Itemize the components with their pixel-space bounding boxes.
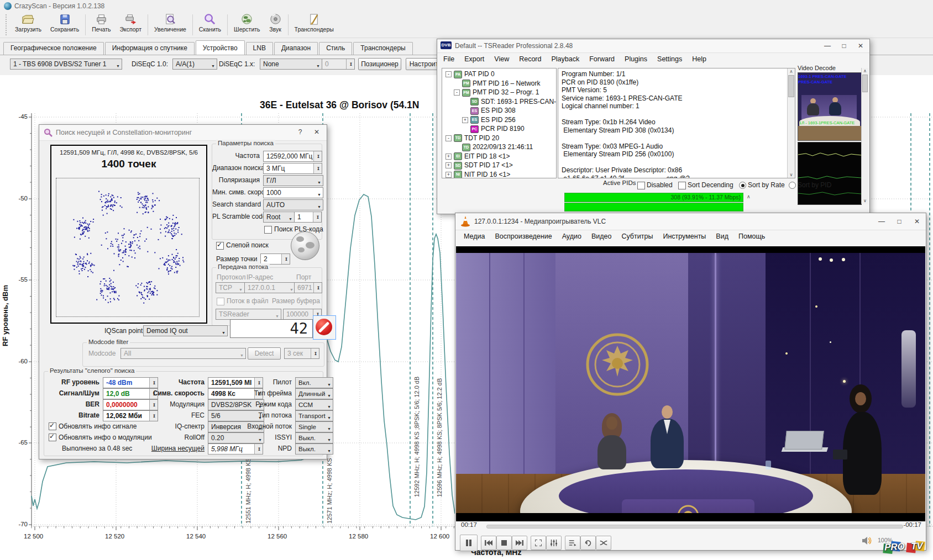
toolbar-grip[interactable] — [6, 14, 9, 35]
results-right-value[interactable]: Transport — [295, 410, 333, 421]
param-spin[interactable]: 3 МГц — [263, 163, 322, 174]
diseqc10-select[interactable]: A/A(1) — [172, 59, 217, 70]
program-info-panel[interactable]: Program Number: 1/1PCR on PID 8190 (0x1f… — [558, 68, 795, 178]
tsreader-menu-view[interactable]: View — [489, 54, 514, 65]
toolbar-button-scan-magnifier[interactable]: Сканить — [195, 12, 226, 38]
results-right-value[interactable]: CCM — [295, 399, 333, 410]
toolbar-button-export[interactable]: Экспорт — [116, 12, 146, 38]
previous-button[interactable] — [481, 536, 496, 550]
stop-button[interactable] — [313, 315, 336, 340]
playlist-button[interactable] — [565, 536, 580, 550]
pids-disabled-checkbox[interactable] — [637, 182, 645, 189]
tsreader-titlebar[interactable]: DVB Default -- TSReader Professional 2.8… — [437, 39, 869, 53]
vlc-menu-вид[interactable]: Вид — [711, 231, 733, 242]
pid-list-scroll-up[interactable]: ∧ — [747, 194, 751, 199]
vlc-menu-помощь[interactable]: Помощь — [733, 231, 770, 242]
port-stepper[interactable]: 6971 — [294, 282, 322, 293]
toolbar-button-transponders[interactable]: Транспондеры — [290, 12, 338, 38]
vlc-menu-воспроизведение[interactable]: Воспроизведение — [490, 231, 557, 242]
blind-search-checkbox[interactable] — [216, 242, 224, 250]
stop-playback-button[interactable] — [496, 536, 512, 550]
tree-item[interactable]: +SDSDT PID 17 <1> — [443, 161, 555, 171]
pause-button[interactable] — [460, 535, 478, 551]
stream-to-file-checkbox[interactable] — [217, 298, 224, 305]
tree-item[interactable]: -PMPMT PID 32 – Progr. 1 — [443, 88, 555, 98]
vlc-seek-bar[interactable] — [486, 525, 903, 529]
toolbar-button-globe-scan[interactable]: Шерстить — [229, 12, 265, 38]
vlc-titlebar[interactable]: 127.0.0.1:1234 - Медиапроигрыватель VLC … — [455, 213, 926, 230]
position-stepper[interactable]: 0 — [322, 59, 355, 70]
tree-item[interactable]: -PAPAT PID 0 — [443, 70, 555, 80]
param-spin[interactable]: 12592,000 МГц — [263, 151, 322, 162]
param-dd[interactable]: AUTO — [263, 199, 323, 210]
tab-lnb[interactable]: LNB — [246, 42, 273, 55]
expand-icon[interactable]: + — [462, 117, 468, 123]
vlc-menu-аудио[interactable]: Аудио — [557, 231, 586, 242]
vlc-menu-инструменты[interactable]: Инструменты — [658, 231, 711, 242]
tsreader-menu-export[interactable]: Export — [459, 54, 489, 65]
vlc-video-area[interactable] — [456, 246, 925, 521]
tree-item[interactable]: SDSDT: 1693-1 PRES-CAN-GATE — [443, 98, 555, 107]
tree-item[interactable]: +NINIT PID 16 <1> — [443, 171, 555, 179]
toolbar-button-zoom-document[interactable]: Увеличение — [150, 12, 191, 38]
crazyscan-titlebar[interactable]: CrazyScan - Версия 1.0.2.138 — [0, 0, 933, 13]
tsreader-menu-file[interactable]: File — [438, 54, 459, 65]
dialog-close-button[interactable]: ✕ — [309, 128, 324, 136]
vlc-minimize-button[interactable]: — — [874, 218, 889, 225]
tsreader-menu-settings[interactable]: Settings — [652, 54, 687, 65]
iqscan-select[interactable]: Demod IQ out — [143, 325, 228, 336]
tab-диапазон[interactable]: Диапазон — [274, 42, 318, 55]
loop-button[interactable] — [580, 536, 596, 550]
dot-size-stepper[interactable]: 2 — [260, 253, 290, 265]
vlc-menu-видео[interactable]: Видео — [586, 231, 617, 242]
vlc-menu-медиа[interactable]: Медиа — [459, 231, 490, 242]
results-right-value[interactable]: Выкл. — [295, 443, 333, 455]
tsreader-right-scrollbar[interactable]: ∧ ∨ — [861, 68, 868, 204]
detect-interval-stepper[interactable]: 3 сек — [284, 348, 319, 359]
tree-item[interactable]: ESES PID 308 — [443, 107, 555, 116]
info-scrollbar[interactable]: ∧ ∨ — [787, 68, 795, 178]
tree-item[interactable]: TD2022/09/13 21:46:11 — [443, 143, 555, 152]
collapse-icon[interactable]: - — [454, 89, 460, 96]
tree-item[interactable]: +ESES PID 256 — [443, 116, 555, 125]
results-right-value[interactable]: Длинный — [295, 388, 333, 399]
fullscreen-button[interactable] — [531, 536, 546, 550]
tab-стиль[interactable]: Стиль — [319, 42, 352, 55]
pid-tree-panel[interactable]: -PAPAT PID 0PMPMT PID 16 – Network-PMPMT… — [442, 68, 557, 178]
expand-icon[interactable]: + — [445, 154, 452, 160]
shuffle-button[interactable] — [596, 536, 611, 550]
pls-search-checkbox[interactable] — [264, 226, 272, 234]
results-checkbox[interactable] — [49, 434, 56, 441]
protocol-select[interactable]: TCP — [216, 282, 245, 293]
toolbar-button-open-folder[interactable]: Загрузить — [11, 12, 46, 38]
dialog-help-button[interactable]: ? — [292, 128, 308, 136]
tsreader-maximize-button[interactable]: □ — [836, 42, 852, 50]
vlc-close-button[interactable]: ✕ — [909, 218, 925, 225]
modcode-select[interactable]: All — [120, 348, 246, 359]
param-combo[interactable]: 1000 — [263, 187, 323, 198]
settings-equalizer-button[interactable] — [546, 536, 562, 550]
tsreader-menu-plugins[interactable]: Plugins — [620, 54, 652, 65]
volume-icon[interactable] — [862, 536, 873, 545]
results-right-value[interactable]: Single — [295, 421, 333, 432]
tree-item[interactable]: PCPCR PID 8190 — [443, 125, 555, 134]
toolbar-button-sound[interactable]: Звук — [265, 12, 286, 38]
next-button[interactable] — [512, 536, 527, 550]
ip-select[interactable]: 127.0.0.1 — [244, 282, 296, 293]
reader-select[interactable]: TSReader — [216, 309, 281, 320]
tsreader-minimize-button[interactable]: — — [820, 42, 835, 50]
param-dd[interactable]: Г/Л — [263, 175, 323, 186]
param-root-select[interactable]: Root — [263, 212, 295, 223]
tab-информация-о-спутнике[interactable]: Информация о спутнике — [105, 42, 195, 55]
vlc-maximize-button[interactable]: □ — [892, 218, 907, 225]
tsreader-menu-forward[interactable]: Forward — [584, 54, 620, 65]
tab-географическое-положение[interactable]: Географическое положение — [3, 42, 104, 55]
tsreader-menu-playback[interactable]: Playback — [546, 54, 584, 65]
expand-icon[interactable]: + — [445, 162, 452, 168]
collapse-icon[interactable]: - — [445, 135, 452, 141]
collapse-icon[interactable]: - — [445, 71, 452, 77]
sort-by-pid-radio[interactable] — [789, 182, 796, 189]
vlc-menu-субтитры[interactable]: Субтитры — [616, 231, 658, 242]
pids-sortdesc-checkbox[interactable] — [678, 182, 686, 189]
tuner-select[interactable]: 1 - TBS 6908 DVBS/S2 Tuner 1 — [10, 59, 122, 70]
